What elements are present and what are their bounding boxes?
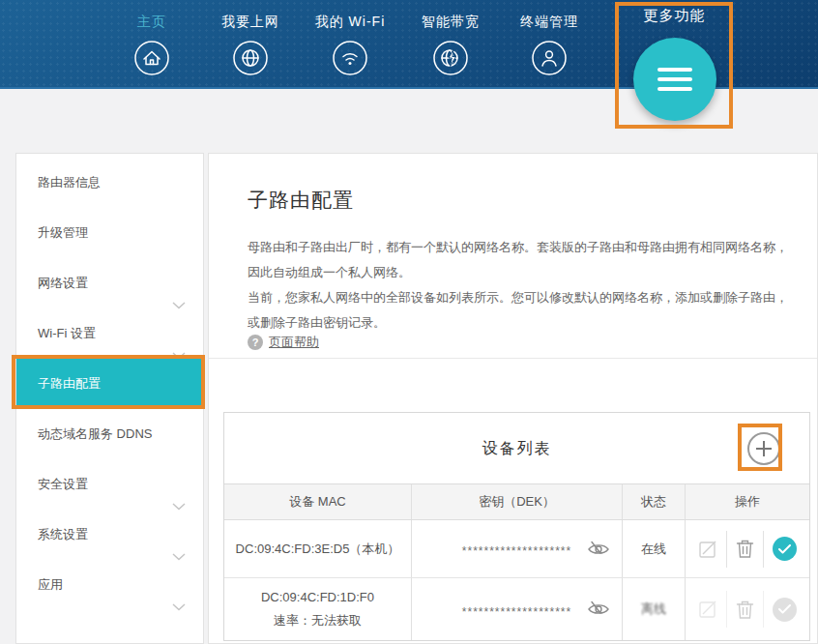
nav-label-home: 主页	[137, 14, 166, 31]
sidebar-item-subrouter-config[interactable]: 子路由配置	[16, 359, 203, 409]
user-icon	[530, 39, 569, 77]
nav-item-internet[interactable]: 我要上网	[197, 14, 304, 77]
status-text: 在线	[641, 541, 666, 558]
nav-label-device-management: 终端管理	[520, 14, 578, 31]
delete-icon[interactable]	[736, 539, 754, 559]
sidebar-item-label: 应用	[38, 577, 63, 592]
status-cell: 离线	[623, 578, 686, 640]
nav-label-more-functions: 更多功能	[619, 7, 730, 25]
nav-label-internet: 我要上网	[221, 14, 279, 31]
masked-key: ********************	[462, 600, 571, 619]
description-line-2: 当前，您家私人网络中的全部设备如列表所示。您可以修改默认的网络名称，添加或删除子…	[248, 285, 794, 336]
bandwidth-icon	[431, 39, 470, 77]
device-list-title: 设备列表	[224, 439, 809, 459]
help-icon: ?	[248, 335, 263, 350]
actions-cell	[686, 520, 809, 577]
nav-item-home[interactable]: 主页	[99, 14, 205, 77]
sidebar-item-label: 动态域名服务 DDNS	[38, 426, 152, 441]
column-header-actions: 操作	[686, 484, 809, 519]
more-functions-button[interactable]	[633, 38, 716, 121]
mac-cell: DC:09:4C:FD:1D:F0 速率：无法获取	[224, 578, 412, 640]
sidebar-item-system-settings[interactable]: 系统设置	[16, 510, 203, 560]
selected-check-icon[interactable]	[773, 598, 797, 622]
masked-key: ********************	[462, 540, 571, 558]
sidebar-item-label: 升级管理	[38, 225, 88, 240]
table-row: DC:09:4C:FD:3E:D5（本机） ******************…	[224, 520, 809, 578]
router-admin-page: 主页 我要上网 我的 Wi-	[0, 0, 818, 644]
sidebar-item-router-info[interactable]: 路由器信息	[16, 158, 203, 208]
device-mac: DC:09:4C:FD:3E:D5（本机）	[236, 538, 400, 561]
actions-cell	[686, 578, 809, 640]
device-list-header: 设备列表	[224, 413, 809, 484]
table-row: DC:09:4C:FD:1D:F0 速率：无法获取 **************…	[224, 578, 809, 640]
nav-label-my-wifi: 我的 Wi-Fi	[315, 14, 386, 31]
sidebar-item-label: 路由器信息	[38, 175, 101, 190]
action-divider	[726, 531, 727, 568]
page-description: 母路由和子路由出厂时，都有一个默认的网络名称。套装版的子路由和母路由拥有相同网络…	[248, 235, 794, 336]
help-link-label: 页面帮助	[269, 334, 319, 351]
content-panel: 子路由配置 母路由和子路由出厂时，都有一个默认的网络名称。套装版的子路由和母路由…	[208, 153, 818, 644]
table-header-row: 设备 MAC 密钥（DEK） 状态 操作	[224, 484, 809, 520]
nav-item-smart-bandwidth[interactable]: 智能带宽	[397, 14, 504, 77]
device-mac: DC:09:4C:FD:1D:F0	[261, 586, 374, 609]
device-rate: 速率：无法获取	[261, 609, 374, 632]
sidebar-item-label: Wi-Fi 设置	[38, 326, 96, 340]
sidebar-item-label: 安全设置	[38, 477, 88, 491]
key-cell: ********************	[412, 578, 623, 640]
edit-icon[interactable]	[698, 600, 717, 619]
sidebar-item-upgrade[interactable]: 升级管理	[16, 208, 203, 258]
sidebar-item-ddns[interactable]: 动态域名服务 DDNS	[16, 409, 203, 459]
wifi-icon	[331, 39, 369, 77]
column-header-mac: 设备 MAC	[224, 484, 412, 519]
mac-cell: DC:09:4C:FD:3E:D5（本机）	[224, 520, 412, 577]
nav-item-my-wifi[interactable]: 我的 Wi-Fi	[297, 14, 403, 77]
action-divider	[726, 591, 727, 628]
menu-icon	[657, 68, 692, 91]
eye-off-icon[interactable]	[587, 541, 610, 561]
nav-item-more-functions[interactable]: 更多功能	[619, 0, 730, 25]
column-header-status: 状态	[623, 484, 686, 519]
column-header-key: 密钥（DEK）	[412, 484, 623, 519]
sidebar-item-applications[interactable]: 应用	[16, 560, 203, 610]
home-icon	[132, 39, 171, 77]
status-cell: 在线	[623, 520, 686, 577]
content-divider	[209, 358, 817, 359]
sidebar-item-label: 子路由配置	[38, 376, 101, 391]
action-divider	[763, 591, 764, 628]
device-list-card: 设备列表 设备 MAC 密钥（DEK） 状态 操作 DC:09:4C:FD:3E…	[223, 412, 810, 641]
sidebar-item-wifi-settings[interactable]: Wi-Fi 设置	[16, 308, 203, 359]
sidebar: 路由器信息 升级管理 网络设置 Wi-Fi 设置 子路由配置 动态域名服务 DD…	[15, 153, 204, 644]
sidebar-item-label: 系统设置	[38, 527, 88, 542]
selected-check-icon[interactable]	[773, 537, 797, 561]
action-divider	[763, 531, 764, 568]
edit-icon[interactable]	[698, 540, 717, 559]
delete-icon[interactable]	[736, 600, 754, 620]
key-cell: ********************	[412, 520, 623, 577]
description-line-1: 母路由和子路由出厂时，都有一个默认的网络名称。套装版的子路由和母路由拥有相同网络…	[248, 235, 794, 285]
page-help-link[interactable]: ? 页面帮助	[248, 334, 319, 351]
page-title: 子路由配置	[248, 187, 354, 214]
nav-item-device-management[interactable]: 终端管理	[496, 14, 602, 77]
status-text: 离线	[641, 600, 666, 618]
sidebar-item-security-settings[interactable]: 安全设置	[16, 459, 203, 510]
globe-icon	[231, 39, 270, 77]
nav-label-smart-bandwidth: 智能带宽	[422, 14, 480, 31]
sidebar-item-network-settings[interactable]: 网络设置	[16, 258, 203, 308]
eye-off-icon[interactable]	[587, 600, 610, 621]
chevron-down-icon	[172, 582, 186, 632]
sidebar-item-label: 网络设置	[38, 276, 88, 290]
add-device-button[interactable]	[747, 432, 780, 465]
